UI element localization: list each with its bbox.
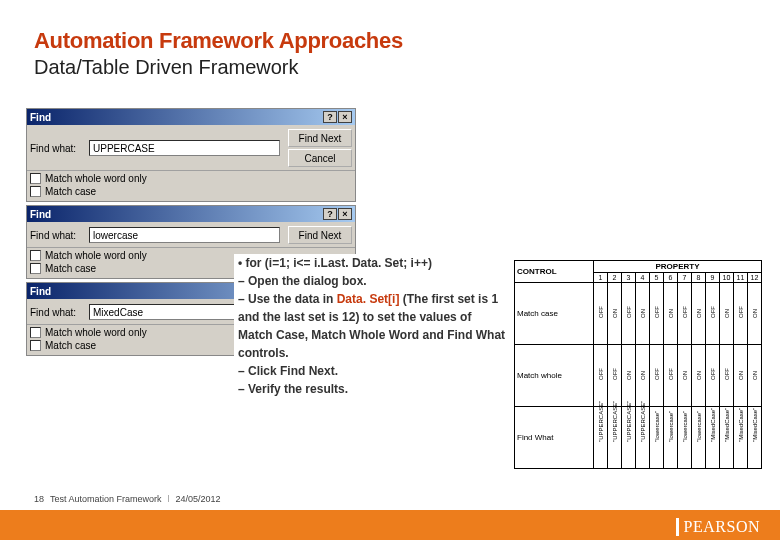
col-4: 4 [636,273,650,283]
fw-11: "MixedCase" [738,434,744,442]
find-what-value: UPPERCASE [93,143,155,154]
find-what-input[interactable]: UPPERCASE [89,140,280,156]
footer-date: 24/05/2012 [176,494,221,504]
mc-10: ON [724,310,730,318]
mc-11: OFF [738,310,744,318]
col-6: 6 [664,273,678,283]
mw-1: OFF [598,372,604,380]
mw-9: OFF [710,372,716,380]
match-case-checkbox[interactable] [30,340,41,351]
find-next-button[interactable]: Find Next [288,226,352,244]
match-case-label: Match case [45,263,96,274]
property-table: CONTROL PROPERTY 1 2 3 4 5 6 7 8 9 10 11… [514,260,762,469]
mw-11: ON [738,372,744,380]
close-icon[interactable]: × [338,208,352,220]
col-7: 7 [678,273,692,283]
footer-sep: l [168,494,170,504]
match-case-row-label: Match case [515,283,594,345]
fw-7: "lowercase" [682,434,688,442]
dialog-titlebar: Find ? × [27,109,355,125]
col-8: 8 [692,273,706,283]
find-dialog-1: Find ? × Find what: UPPERCASE Find Next … [26,108,356,202]
pseudocode-block: • for (i=1; i<= i.Last. Data. Set; i++) … [234,254,512,398]
match-case-label: Match case [45,340,96,351]
match-case-row: Match case OFF ON OFF ON OFF ON OFF ON O… [515,283,762,345]
col-10: 10 [720,273,734,283]
step2-prefix: – Use the data in [238,292,337,306]
pseudocode-step-click: – Click Find Next. [238,362,508,380]
mc-7: OFF [682,310,688,318]
mw-10: OFF [724,372,730,380]
col-2: 2 [608,273,622,283]
fw-4: "UPPERCASE" [640,434,646,442]
step2-dataset: Data. Set[i] [337,292,403,306]
pseudocode-loop: • for (i=1; i<= i.Last. Data. Set; i++) [238,254,508,272]
footer-meta: 18 Test Automation Framework l 24/05/201… [34,494,221,504]
close-icon[interactable]: × [338,111,352,123]
fw-8: "lowercase" [696,434,702,442]
find-what-row-label: Find What [515,407,594,469]
footer-bar: PEARSON [0,510,780,540]
match-case-checkbox[interactable] [30,186,41,197]
mw-12: ON [752,372,758,380]
find-what-input[interactable]: lowercase [89,227,280,243]
dialog-title: Find [30,112,323,123]
slide-subtitle: Data/Table Driven Framework [0,54,780,79]
find-what-label: Find what: [30,307,85,318]
mw-3: ON [626,372,632,380]
mc-12: ON [752,310,758,318]
pseudocode-step-open: – Open the dialog box. [238,272,508,290]
mw-8: ON [696,372,702,380]
dialog-title: Find [30,209,323,220]
mw-6: OFF [668,372,674,380]
find-what-value: lowercase [93,230,138,241]
col-12: 12 [748,273,762,283]
match-whole-checkbox[interactable] [30,327,41,338]
find-next-button[interactable]: Find Next [288,129,352,147]
slide: Automation Framework Approaches Data/Tab… [0,0,780,540]
cancel-button[interactable]: Cancel [288,149,352,167]
page-number: 18 [34,494,44,504]
brand-logo: PEARSON [676,518,760,536]
col-11: 11 [734,273,748,283]
col-5: 5 [650,273,664,283]
slide-title: Automation Framework Approaches [0,0,780,54]
col-9: 9 [706,273,720,283]
fw-12: "MixedCase" [752,434,758,442]
fw-9: "MixedCase" [710,434,716,442]
footer: 18 Test Automation Framework l 24/05/201… [0,504,780,540]
match-whole-row: Match whole OFF OFF ON ON OFF OFF ON ON … [515,345,762,407]
help-icon[interactable]: ? [323,111,337,123]
match-whole-row-label: Match whole [515,345,594,407]
mc-9: OFF [710,310,716,318]
mw-5: OFF [654,372,660,380]
find-what-label: Find what: [30,143,85,154]
fw-6: "lowercase" [668,434,674,442]
col-1: 1 [594,273,608,283]
match-whole-checkbox[interactable] [30,250,41,261]
table-header-property: PROPERTY [594,261,762,273]
mc-8: ON [696,310,702,318]
pseudocode-step-data: – Use the data in Data. Set[i] (The firs… [238,290,508,362]
fw-10: "MixedCase" [724,434,730,442]
col-3: 3 [622,273,636,283]
fw-5: "lowercase" [654,434,660,442]
find-what-label: Find what: [30,230,85,241]
help-icon[interactable]: ? [323,208,337,220]
match-whole-checkbox[interactable] [30,173,41,184]
match-whole-label: Match whole word only [45,327,147,338]
find-what-value: MixedCase [93,307,143,318]
mc-2: ON [612,310,618,318]
mc-1: OFF [598,310,604,318]
mw-4: ON [640,372,646,380]
match-whole-label: Match whole word only [45,250,147,261]
dialog-titlebar: Find ? × [27,206,355,222]
brand-text: PEARSON [684,518,760,536]
mw-7: ON [682,372,688,380]
match-case-label: Match case [45,186,96,197]
fw-3: "UPPERCASE" [626,434,632,442]
mw-2: OFF [612,372,618,380]
match-case-checkbox[interactable] [30,263,41,274]
mc-6: ON [668,310,674,318]
footer-doc: Test Automation Framework [50,494,162,504]
